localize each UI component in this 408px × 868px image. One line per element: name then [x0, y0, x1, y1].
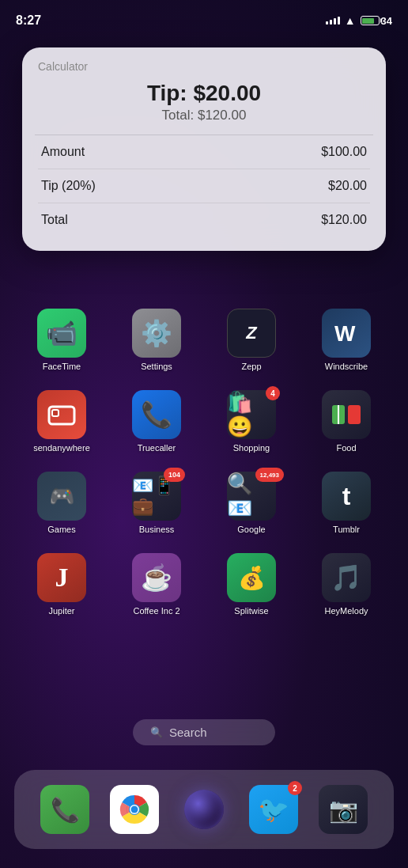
widget-total: Total: $120.00 [38, 108, 370, 123]
app-coffee[interactable]: ☕ Coffee Inc 2 [125, 553, 188, 616]
windscribe-label: Windscribe [325, 362, 368, 371]
games-label: Games [47, 525, 75, 534]
svg-point-11 [131, 806, 138, 813]
google-badge: 12,493 [255, 468, 284, 482]
widget-title: Calculator [38, 60, 370, 73]
status-bar: 8:27 ▲ 34 [0, 0, 408, 35]
status-time: 8:27 [16, 13, 41, 28]
wifi-icon: ▲ [345, 14, 356, 27]
battery-level: 34 [381, 15, 392, 27]
app-facetime[interactable]: 📹 FaceTime [30, 309, 93, 371]
dock-chrome[interactable] [110, 785, 159, 834]
app-zepp[interactable]: Z Zepp [220, 309, 283, 371]
truecaller-label: Truecaller [138, 443, 176, 453]
app-grid: 📹 FaceTime ⚙️ Settings Z Zepp [0, 309, 408, 635]
total-value: $120.00 [321, 213, 367, 227]
sendanywhere-label: sendanywhere [33, 443, 90, 453]
jupiter-label: Jupiter [48, 606, 74, 616]
phone-icon: 📞 [40, 785, 89, 834]
app-shopping[interactable]: 🛍️😀 4 Shopping [220, 390, 283, 453]
shopping-badge: 4 [266, 386, 280, 400]
svg-text:W: W [334, 321, 356, 346]
search-text: Search [169, 726, 207, 739]
app-windscribe[interactable]: W Windscribe [315, 309, 378, 371]
app-google[interactable]: 🔍📧 12,493 Google [220, 472, 283, 534]
app-truecaller[interactable]: 📞 Truecaller [125, 390, 188, 453]
camera-icon: 📷 [319, 785, 368, 834]
splitwise-label: Splitwise [234, 606, 268, 616]
app-jupiter[interactable]: J Jupiter [30, 553, 93, 616]
splitwise-icon: 💰 [227, 553, 276, 602]
app-row-1: 📹 FaceTime ⚙️ Settings Z Zepp [14, 309, 394, 371]
widget-tip: Tip: $20.00 [38, 81, 370, 106]
widget-row-amount: Amount $100.00 [38, 135, 370, 169]
total-label: Total [41, 213, 68, 227]
app-heymelody[interactable]: 🎵 HeyMelody [315, 553, 378, 616]
calculator-widget: Calculator Tip: $20.00 Total: $120.00 Am… [22, 47, 386, 251]
signal-icon [326, 17, 340, 25]
tip-value: $20.00 [328, 179, 367, 193]
tip-label: Tip (20%) [41, 179, 96, 193]
dock-twitter[interactable]: 🐦 2 [249, 785, 298, 834]
coffee-label: Coffee Inc 2 [133, 606, 179, 616]
shopping-label: Shopping [233, 443, 270, 453]
jupiter-icon: J [37, 553, 86, 602]
coffee-icon: ☕ [132, 553, 181, 602]
search-bar[interactable]: 🔍 Search [133, 719, 275, 745]
app-business[interactable]: 📧📱💼 104 Business [125, 472, 188, 534]
app-food[interactable]: Food [315, 390, 378, 453]
app-settings[interactable]: ⚙️ Settings [125, 309, 188, 371]
search-icon: 🔍 [150, 726, 163, 738]
games-icon: 🎮 [37, 472, 86, 521]
twitter-badge: 2 [288, 781, 302, 795]
food-icon [322, 390, 371, 439]
dock-phone[interactable]: 📞 [40, 785, 89, 834]
facetime-label: FaceTime [43, 362, 81, 371]
tumblr-label: Tumblr [333, 525, 360, 534]
widget-row-tip: Tip (20%) $20.00 [38, 169, 370, 203]
app-sendanywhere[interactable]: sendanywhere [30, 390, 93, 453]
app-row-4: J Jupiter ☕ Coffee Inc 2 💰 Splitwise [14, 553, 394, 616]
settings-icon: ⚙️ [132, 309, 181, 358]
battery-icon: 34 [361, 15, 392, 27]
truecaller-icon: 📞 [132, 390, 181, 439]
tumblr-icon: t [322, 472, 371, 521]
widget-row-total: Total $120.00 [38, 203, 370, 237]
facetime-icon: 📹 [37, 309, 86, 358]
app-splitwise[interactable]: 💰 Splitwise [220, 553, 283, 616]
amount-label: Amount [41, 145, 85, 159]
dock: 📞 🐦 2 [14, 770, 394, 849]
business-label: Business [139, 525, 175, 534]
app-games[interactable]: 🎮 Games [30, 472, 93, 534]
zepp-label: Zepp [241, 362, 261, 371]
app-row-2: sendanywhere 📞 Truecaller 🛍️😀 4 Shopping [14, 390, 394, 453]
app-row-3: 🎮 Games 📧📱💼 104 Business 🔍📧 12,493 Googl [14, 472, 394, 534]
settings-label: Settings [141, 362, 172, 371]
heymelody-label: HeyMelody [324, 606, 368, 616]
business-badge: 104 [164, 468, 185, 482]
amount-value: $100.00 [321, 145, 367, 159]
food-label: Food [336, 443, 356, 453]
zepp-icon: Z [227, 309, 276, 358]
heymelody-icon: 🎵 [322, 553, 371, 602]
chrome-icon [110, 785, 159, 834]
sendanywhere-icon [37, 390, 86, 439]
windscribe-icon: W [322, 309, 371, 358]
status-icons: ▲ 34 [326, 14, 392, 27]
app-tumblr[interactable]: t Tumblr [315, 472, 378, 534]
svg-rect-5 [348, 405, 361, 424]
siri-icon [179, 785, 229, 834]
dock-siri[interactable] [179, 785, 229, 834]
dock-camera[interactable]: 📷 [319, 785, 368, 834]
google-label: Google [237, 525, 265, 534]
